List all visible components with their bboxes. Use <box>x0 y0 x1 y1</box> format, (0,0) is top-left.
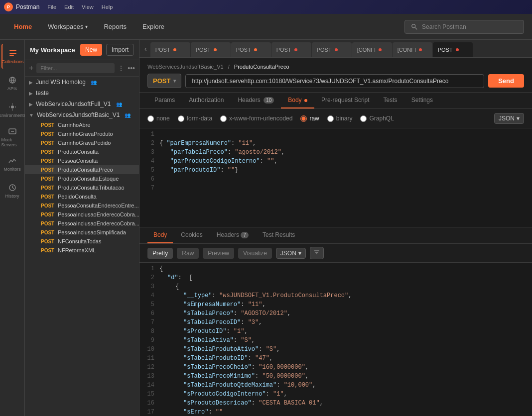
method-label: POST <box>41 149 55 155</box>
method-chevron-icon: ▾ <box>173 78 176 84</box>
resp-tab-cookies[interactable]: Cookies <box>175 227 208 243</box>
sidebar-item-apis[interactable]: APIs <box>1 71 23 96</box>
radio-raw[interactable]: raw <box>300 115 319 122</box>
menu-file[interactable]: File <box>47 4 56 10</box>
tab-4[interactable]: POST <box>312 42 352 57</box>
radio-binary[interactable]: binary <box>327 115 353 122</box>
code-line-4: 4 "parProdutoCodigoInterno": "", <box>139 157 532 166</box>
collection-webservice-full[interactable]: ▶ WebServiceJundsoftFull_V1 👥 <box>25 99 139 109</box>
nav-explore[interactable]: Explore <box>136 20 170 33</box>
request-nfretornaxml[interactable]: POST NFRetornaXML <box>25 246 139 255</box>
json-format-selector[interactable]: JSON ▾ <box>494 113 524 124</box>
sidebar-item-history[interactable]: History <box>1 178 23 203</box>
resp-visualize-btn[interactable]: Visualize <box>238 248 272 259</box>
radio-graphql[interactable]: GraphQL <box>360 115 394 122</box>
request-name: ProdutoConsultaPreco <box>58 167 113 173</box>
import-button[interactable]: Import <box>106 44 134 56</box>
new-button[interactable]: New <box>80 44 102 56</box>
sort-icon[interactable]: ⋮ <box>118 64 125 72</box>
collection-basic-header[interactable]: ▼ WebServicesJundsoftBasic_V1 👥 <box>25 109 139 120</box>
resp-line-12: 12 "sTabelaPrecoCheio": "160,0000000", <box>139 363 532 372</box>
collection-jund-ws-homolog[interactable]: ▶ Jund WS Homolog 👥 <box>25 77 139 88</box>
nav-workspaces[interactable]: Workspaces ▾ <box>42 20 94 33</box>
resp-line-10: 10 "sTabelaProdutoAtivo": "S", <box>139 345 532 354</box>
sidebar-item-monitors[interactable]: Monitors <box>1 151 23 176</box>
resp-format-icon[interactable] <box>310 247 324 259</box>
tab-0[interactable]: POST <box>150 42 190 57</box>
tab-label: POST <box>155 47 170 53</box>
resp-json-chevron-icon: ▾ <box>298 250 301 257</box>
menu-help[interactable]: Help <box>102 4 113 10</box>
request-carrinhogravaproduto[interactable]: POST CarrinhoGravaProduto <box>25 129 139 138</box>
resp-json-selector[interactable]: JSON ▾ <box>276 248 306 259</box>
request-pessoaconsultasimplificada[interactable]: POST PessoaInclusaoSimplificada <box>25 228 139 237</box>
tab-body[interactable]: Body <box>281 93 314 108</box>
app-icon: P <box>4 2 13 11</box>
add-collection-icon[interactable]: + <box>29 64 33 73</box>
resp-pretty-btn[interactable]: Pretty <box>147 248 173 259</box>
tab-authorization[interactable]: Authorization <box>182 93 231 108</box>
environments-icon <box>8 103 17 111</box>
request-pessoaconsulta[interactable]: POST PessoaConsulta <box>25 156 139 165</box>
method-select[interactable]: POST ▾ <box>147 74 181 88</box>
tab-5[interactable]: [CONFI <box>352 42 392 57</box>
request-produtoconsultapreco[interactable]: POST ProdutoConsultaPreco <box>25 165 139 174</box>
menu-edit[interactable]: Edit <box>64 4 74 10</box>
request-produtoconsultaestoque[interactable]: POST ProdutoConsultaEstoque <box>25 174 139 183</box>
tab-3[interactable]: POST <box>271 42 311 57</box>
request-carrinhoabre[interactable]: POST CarrinhoAbre <box>25 120 139 129</box>
tab-7[interactable]: POST <box>433 42 473 57</box>
tab-1[interactable]: POST <box>191 42 231 57</box>
tab-dot <box>254 48 257 51</box>
resp-tab-body[interactable]: Body <box>147 227 173 243</box>
titlebar: P Postman File Edit View Help <box>0 0 532 14</box>
body-options: none form-data x-www-form-urlencoded raw… <box>139 109 532 128</box>
method-label: POST <box>41 185 55 191</box>
request-pessoaconsultaendereco2[interactable]: POST PessoaInclusaoEnderecoCobra... <box>25 210 139 219</box>
send-button[interactable]: Send <box>488 74 524 88</box>
search-bar[interactable]: Search Postman <box>404 20 524 34</box>
request-carrinhogravapedido[interactable]: POST CarrinhoGravaPedido <box>25 138 139 147</box>
request-produtoconsulta[interactable]: POST ProdutoConsulta <box>25 147 139 156</box>
tab-nav-left[interactable]: ‹ <box>141 45 150 53</box>
more-options-icon[interactable]: ••• <box>128 64 135 72</box>
nav-home[interactable]: Home <box>8 20 38 33</box>
request-produtoconsultatributacao[interactable]: POST ProdutoConsultaTributacao <box>25 183 139 192</box>
breadcrumb-parent: WebServicesJundsoftBasic_V1 <box>147 64 224 70</box>
resp-raw-btn[interactable]: Raw <box>177 248 199 259</box>
sidebar-search-input[interactable] <box>36 63 115 73</box>
format-icon <box>313 249 320 256</box>
request-pedidoconsulta[interactable]: POST PedidoConsulta <box>25 192 139 201</box>
resp-tab-headers[interactable]: Headers 7 <box>211 227 255 243</box>
resp-headers-badge: 7 <box>241 232 249 238</box>
resp-tab-test-results[interactable]: Test Results <box>257 227 301 243</box>
request-pessoaconsultaendereco[interactable]: POST PessoaConsultaEnderecoEntre... <box>25 201 139 210</box>
menu-view[interactable]: View <box>82 4 94 10</box>
sidebar-item-mock-servers[interactable]: Mock Servers <box>1 124 23 149</box>
radio-form-data[interactable]: form-data <box>178 115 212 122</box>
sidebar-item-environments[interactable]: Environments <box>1 98 23 122</box>
request-pessoaconsultaendereco3[interactable]: POST PessoaInclusaoEnderecoCobra... <box>25 219 139 228</box>
resp-line-8: 8 "sProdutoID": "1", <box>139 327 532 336</box>
tab-prerequest[interactable]: Pre-request Script <box>314 93 377 108</box>
tab-6[interactable]: [CONFI <box>393 42 432 57</box>
radio-urlencoded[interactable]: x-www-form-urlencoded <box>220 115 292 122</box>
nav-reports[interactable]: Reports <box>98 20 133 33</box>
collection-teste[interactable]: ▶ teste <box>25 88 139 99</box>
resp-line-3: 3 { <box>139 283 532 292</box>
tab-dot <box>173 48 176 51</box>
breadcrumb: WebServicesJundsoftBasic_V1 / ProdutoCon… <box>147 64 524 70</box>
sidebar-item-collections[interactable]: Collections <box>1 44 23 69</box>
tab-2[interactable]: POST <box>231 42 271 57</box>
tab-headers[interactable]: Headers 10 <box>231 93 281 108</box>
resp-preview-btn[interactable]: Preview <box>203 248 234 259</box>
url-input[interactable] <box>185 74 484 88</box>
tab-tests[interactable]: Tests <box>377 93 404 108</box>
tab-settings[interactable]: Settings <box>404 93 440 108</box>
apis-label: APIs <box>7 86 17 91</box>
request-name: PedidoConsulta <box>58 194 97 200</box>
request-body-editor[interactable]: 1 2 { "parEmpresaNumero": "11", 3 "parTa… <box>139 128 532 227</box>
request-nfconsultatodas[interactable]: POST NFConsultaTodas <box>25 237 139 246</box>
radio-none[interactable]: none <box>147 115 170 122</box>
tab-params[interactable]: Params <box>147 93 182 108</box>
